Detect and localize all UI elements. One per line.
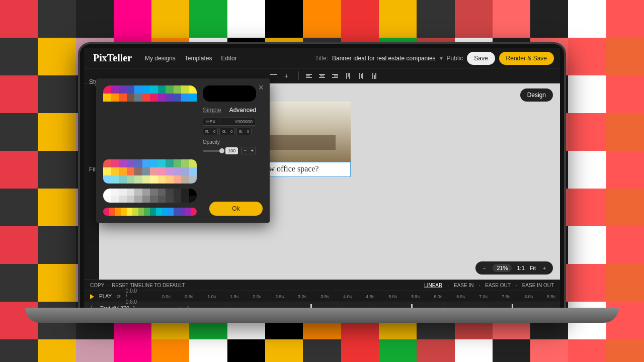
easing-ease-in[interactable]: EASE IN	[454, 283, 473, 288]
g-input[interactable]: 0	[228, 128, 234, 135]
b-input[interactable]: 0	[245, 128, 251, 135]
color-cell[interactable]	[119, 167, 127, 175]
color-cell[interactable]	[142, 196, 150, 203]
color-cell[interactable]	[111, 189, 119, 196]
color-cell[interactable]	[166, 196, 174, 203]
align-left-icon[interactable]	[306, 74, 312, 78]
opacity-minus[interactable]: −	[242, 147, 249, 154]
nav-my-designs[interactable]: My designs	[145, 55, 176, 62]
easing-linear[interactable]: LINEAR	[424, 283, 442, 288]
color-cell[interactable]	[166, 189, 174, 196]
color-cell[interactable]	[150, 94, 158, 102]
color-cell[interactable]	[103, 94, 111, 102]
render-save-button[interactable]: Render & Save	[499, 52, 554, 65]
color-cell[interactable]	[174, 85, 182, 94]
color-cell[interactable]	[181, 167, 189, 175]
easing-ease-in-out[interactable]: EASE IN OUT	[522, 283, 554, 288]
color-cell[interactable]	[134, 189, 142, 196]
color-cell[interactable]	[111, 167, 119, 175]
color-palette-main[interactable]	[103, 85, 197, 154]
align-top-icon[interactable]	[346, 73, 350, 79]
nav-editor[interactable]: Editor	[221, 55, 236, 62]
color-cell[interactable]	[150, 196, 158, 203]
zoom-value[interactable]: 21%	[493, 264, 512, 272]
minus-icon[interactable]	[270, 74, 277, 81]
color-cell[interactable]	[127, 196, 135, 203]
color-cell[interactable]	[111, 175, 119, 184]
color-cell[interactable]	[119, 196, 127, 203]
opacity-plus[interactable]: +	[249, 147, 256, 154]
color-cell[interactable]	[134, 85, 142, 94]
color-cell[interactable]	[127, 159, 135, 167]
color-cell[interactable]	[174, 196, 182, 203]
color-cell[interactable]	[174, 159, 182, 167]
save-button[interactable]: Save	[467, 52, 495, 65]
color-cell[interactable]	[134, 175, 142, 184]
color-cell[interactable]	[174, 167, 182, 175]
zoom-out-icon[interactable]: −	[480, 264, 488, 272]
color-cell[interactable]	[158, 167, 166, 175]
opacity-slider[interactable]	[203, 150, 222, 152]
color-cell[interactable]	[142, 85, 150, 94]
color-cell[interactable]	[158, 175, 166, 184]
ok-button[interactable]: Ok	[209, 202, 263, 216]
title-value[interactable]: Banner ideal for real estate companies	[332, 55, 435, 62]
color-cell[interactable]	[166, 159, 174, 167]
caret-down-icon[interactable]: ▾	[440, 55, 443, 62]
align-right-icon[interactable]	[332, 74, 338, 78]
color-cell[interactable]	[181, 196, 189, 203]
zoom-ratio[interactable]: 1:1	[517, 265, 524, 271]
opacity-value[interactable]: 100	[225, 147, 238, 154]
color-cell[interactable]	[119, 175, 127, 184]
color-cell[interactable]	[181, 94, 189, 102]
color-cell[interactable]	[119, 85, 127, 94]
color-strip[interactable]	[103, 208, 197, 216]
loop-icon[interactable]: ⟳	[117, 294, 121, 299]
color-cell[interactable]	[103, 189, 111, 196]
color-cell[interactable]	[142, 175, 150, 184]
color-cell[interactable]	[111, 159, 119, 167]
nav-templates[interactable]: Templates	[185, 55, 212, 62]
plus-icon[interactable]: +	[284, 72, 291, 79]
color-cell[interactable]	[134, 159, 142, 167]
design-mode-button[interactable]: Design	[520, 88, 553, 102]
zoom-fit[interactable]: Fit	[530, 265, 536, 271]
color-cell[interactable]	[166, 94, 174, 102]
color-cell[interactable]	[150, 85, 158, 94]
color-cell[interactable]	[142, 167, 150, 175]
color-cell[interactable]	[119, 159, 127, 167]
color-cell[interactable]	[103, 167, 111, 175]
color-cell[interactable]	[181, 175, 189, 184]
color-cell[interactable]	[127, 189, 135, 196]
color-cell[interactable]	[134, 167, 142, 175]
align-middle-icon[interactable]	[359, 73, 363, 79]
color-palette-grays[interactable]	[103, 189, 197, 203]
color-cell[interactable]	[119, 189, 127, 196]
color-cell[interactable]	[189, 159, 197, 167]
color-cell[interactable]	[127, 175, 135, 184]
color-cell[interactable]	[189, 85, 197, 94]
color-cell[interactable]	[158, 196, 166, 203]
play-icon[interactable]	[90, 294, 94, 299]
color-cell[interactable]	[111, 196, 119, 203]
color-cell[interactable]	[189, 167, 197, 175]
color-cell[interactable]	[158, 94, 166, 102]
align-center-icon[interactable]	[319, 74, 325, 78]
tab-simple[interactable]: Simple	[203, 107, 221, 114]
color-cell[interactable]	[158, 85, 166, 94]
color-cell[interactable]	[142, 189, 150, 196]
color-cell[interactable]	[189, 175, 197, 184]
r-input[interactable]: 0	[211, 128, 217, 135]
color-cell[interactable]	[142, 94, 150, 102]
color-cell[interactable]	[150, 159, 158, 167]
color-cell[interactable]	[166, 85, 174, 94]
color-cell[interactable]	[166, 167, 174, 175]
time-ruler[interactable]: 0.0s0.5s1.0s1.5s2.0s2.5s3.0s3.5s4.0s4.5s…	[162, 294, 560, 299]
color-cell[interactable]	[150, 189, 158, 196]
color-cell[interactable]	[166, 175, 174, 184]
color-cell[interactable]	[181, 159, 189, 167]
color-cell[interactable]	[134, 196, 142, 203]
visibility-toggle[interactable]: Public	[447, 55, 463, 62]
color-cell[interactable]	[119, 94, 127, 102]
timeline-copy[interactable]: COPY	[90, 283, 104, 288]
